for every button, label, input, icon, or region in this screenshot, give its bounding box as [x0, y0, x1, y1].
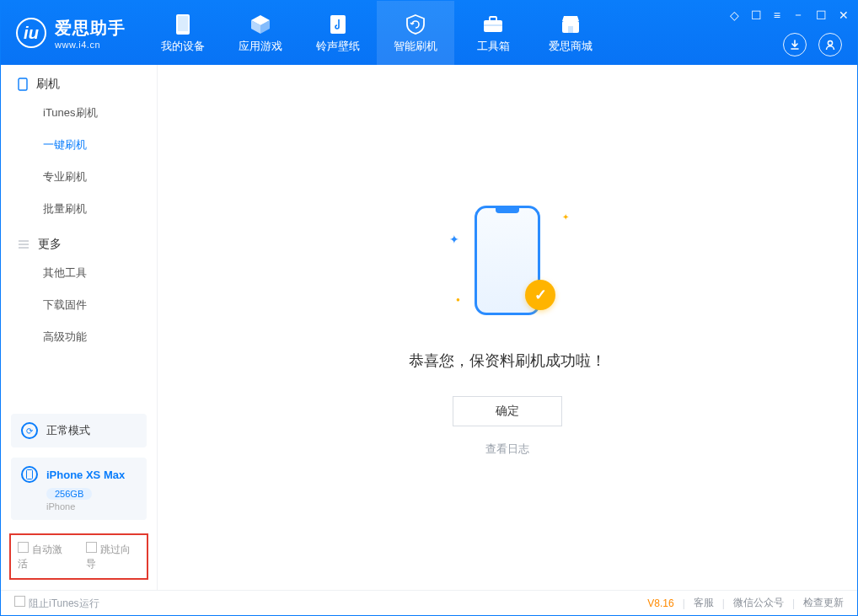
sparkle-icon: ●: [456, 296, 460, 303]
checkbox-skip-guide[interactable]: 跳过向导: [86, 542, 141, 571]
toolbox-icon: [482, 12, 504, 37]
success-message: 恭喜您，保资料刷机成功啦！: [409, 351, 606, 371]
close-button[interactable]: ✕: [839, 8, 849, 22]
checkbox-icon: [86, 542, 97, 553]
music-icon: [329, 12, 347, 37]
device-name: iPhone XS Max: [46, 469, 125, 481]
flash-options-row: 自动激活 跳过向导: [9, 533, 148, 580]
sidebar-section-more: 更多: [1, 225, 157, 257]
mode-icon: ⟳: [21, 422, 38, 439]
sidebar-item-pro-flash[interactable]: 专业刷机: [1, 161, 157, 193]
app-name-cn: 爱思助手: [55, 17, 126, 40]
view-log-link[interactable]: 查看日志: [485, 442, 529, 457]
svg-point-8: [828, 40, 832, 45]
device-type: iPhone: [46, 501, 75, 512]
nav-label: 工具箱: [477, 39, 510, 54]
svg-rect-10: [27, 470, 33, 479]
svg-rect-5: [484, 24, 502, 26]
app-header: iu 爱思助手 www.i4.cn 我的设备 应用游戏 铃声壁纸: [1, 1, 857, 65]
nav-store[interactable]: 爱思商城: [532, 1, 609, 65]
menu-icon[interactable]: ≡: [774, 8, 780, 22]
version-label: V8.16: [647, 597, 673, 609]
section-title: 更多: [38, 237, 62, 252]
nav-my-device[interactable]: 我的设备: [144, 1, 222, 65]
sparkle-icon: ✦: [449, 233, 459, 246]
sidebar-item-advanced[interactable]: 高级功能: [1, 321, 157, 353]
nav-label: 铃声壁纸: [316, 39, 360, 54]
nav-label: 爱思商城: [549, 39, 593, 54]
sidebar-item-download-firmware[interactable]: 下载固件: [1, 289, 157, 321]
header-actions: [783, 33, 842, 56]
list-icon: [18, 239, 29, 249]
checkbox-icon: [18, 542, 29, 553]
logo-block: iu 爱思助手 www.i4.cn: [1, 1, 144, 65]
minimize-button[interactable]: －: [792, 8, 804, 23]
nav-label: 应用游戏: [239, 39, 282, 54]
logo-icon: iu: [16, 18, 46, 48]
nav-ringtones-wallpapers[interactable]: 铃声壁纸: [299, 1, 377, 65]
store-icon: [560, 12, 582, 37]
svg-rect-4: [490, 17, 496, 21]
mode-label: 正常模式: [46, 423, 90, 438]
svg-rect-7: [568, 26, 573, 33]
top-nav: 我的设备 应用游戏 铃声壁纸 智能刷机 工具箱: [144, 1, 609, 65]
ok-button[interactable]: 确定: [453, 396, 562, 426]
device-icon: [21, 466, 38, 483]
main-content: ✦ ✦ ● ✓ 恭喜您，保资料刷机成功啦！ 确定 查看日志: [158, 65, 857, 590]
sidebar-section-flash: 刷机: [1, 65, 157, 97]
user-button[interactable]: [818, 33, 842, 56]
nav-label: 智能刷机: [394, 39, 437, 54]
mode-card[interactable]: ⟳ 正常模式: [11, 414, 147, 447]
app-name-en: www.i4.cn: [55, 40, 126, 50]
cube-icon: [249, 12, 271, 37]
logo-text: 爱思助手 www.i4.cn: [55, 17, 126, 50]
footer: 阻止iTunes运行 V8.16 | 客服 | 微信公众号 | 检查更新: [1, 590, 857, 615]
section-title: 刷机: [36, 77, 60, 92]
nav-toolbox[interactable]: 工具箱: [454, 1, 532, 65]
checkbox-auto-activate[interactable]: 自动激活: [18, 542, 72, 571]
success-illustration: ✦ ✦ ● ✓: [444, 199, 571, 325]
footer-link-support[interactable]: 客服: [694, 596, 714, 610]
svg-rect-9: [19, 78, 27, 90]
sidebar-item-oneclick-flash[interactable]: 一键刷机: [1, 129, 157, 161]
refresh-shield-icon: [405, 12, 426, 37]
device-card[interactable]: iPhone XS Max 256GB iPhone: [11, 458, 147, 520]
nav-smart-flash[interactable]: 智能刷机: [377, 1, 454, 65]
svg-rect-2: [330, 15, 346, 34]
nav-label: 我的设备: [161, 39, 205, 54]
sidebar-item-itunes-flash[interactable]: iTunes刷机: [1, 97, 157, 129]
nav-apps-games[interactable]: 应用游戏: [222, 1, 299, 65]
checkbox-block-itunes[interactable]: 阻止iTunes运行: [14, 596, 99, 611]
device-icon: [174, 12, 191, 37]
sidebar: 刷机 iTunes刷机 一键刷机 专业刷机 批量刷机 更多 其他工具 下载固件 …: [1, 65, 158, 590]
checkbox-icon: [14, 596, 25, 607]
phone-icon: [18, 78, 28, 91]
svg-rect-1: [178, 16, 188, 31]
body: 刷机 iTunes刷机 一键刷机 专业刷机 批量刷机 更多 其他工具 下载固件 …: [1, 65, 857, 590]
window-controls: ◇ ☐ ≡ － ☐ ✕: [730, 8, 849, 23]
sidebar-item-batch-flash[interactable]: 批量刷机: [1, 193, 157, 225]
sparkle-icon: ✦: [562, 212, 569, 222]
device-capacity: 256GB: [46, 488, 92, 500]
feedback-icon[interactable]: ☐: [751, 8, 762, 22]
check-badge-icon: ✓: [525, 280, 555, 310]
skin-icon[interactable]: ◇: [730, 8, 739, 22]
footer-link-wechat[interactable]: 微信公众号: [733, 596, 784, 610]
sidebar-item-other-tools[interactable]: 其他工具: [1, 257, 157, 289]
footer-link-update[interactable]: 检查更新: [803, 596, 844, 610]
download-button[interactable]: [783, 33, 807, 56]
maximize-button[interactable]: ☐: [816, 8, 827, 22]
